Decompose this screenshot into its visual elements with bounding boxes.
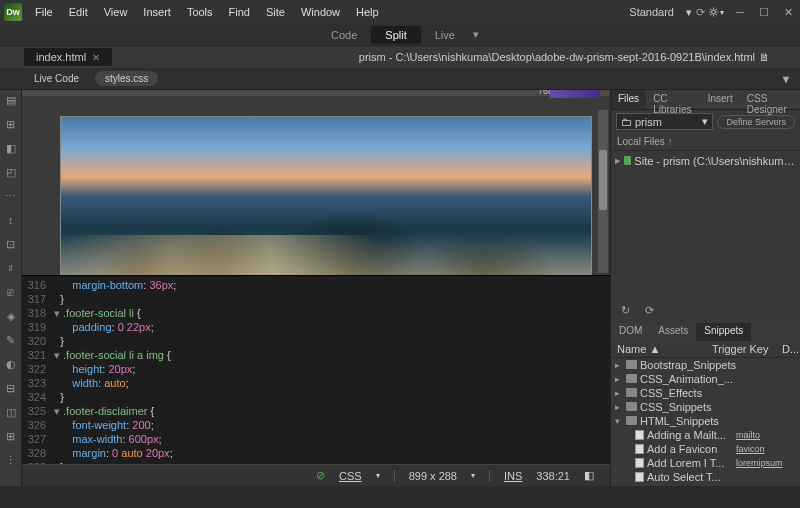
- snippet-folder[interactable]: ▸Bootstrap_Snippets: [611, 358, 800, 372]
- tool-icon[interactable]: ◐: [4, 358, 18, 372]
- status-mode[interactable]: INS: [504, 470, 522, 482]
- tree-root[interactable]: ▸ Site - prism (C:\Users\nishkuma\Deskto…: [615, 153, 796, 168]
- page-preview[interactable]: [60, 116, 592, 276]
- snippet-item[interactable]: Add a Faviconfavicon: [611, 442, 800, 456]
- related-file-tab[interactable]: styles.css: [95, 71, 158, 86]
- code-line[interactable]: 323 width: auto;: [22, 376, 610, 390]
- tool-icon[interactable]: ↕: [4, 214, 18, 228]
- tool-icon[interactable]: ⊡: [4, 238, 18, 252]
- vertical-scrollbar[interactable]: [598, 110, 608, 273]
- code-line[interactable]: 325▾ .footer-disclaimer {: [22, 404, 610, 418]
- snippet-folder[interactable]: ▸CSS_Effects: [611, 386, 800, 400]
- tool-icon[interactable]: ⊟: [4, 382, 18, 396]
- col-trigger[interactable]: Trigger Key: [712, 343, 782, 355]
- status-ok-icon[interactable]: ⊘: [316, 469, 325, 482]
- code-line[interactable]: 321▾ .footer-social li a img {: [22, 348, 610, 362]
- maximize-button[interactable]: ☐: [756, 4, 772, 20]
- code-line[interactable]: 322 height: 20px;: [22, 362, 610, 376]
- title-bar: Dw FileEditViewInsertToolsFindSiteWindow…: [0, 0, 800, 24]
- document-tab[interactable]: index.html ✕: [24, 48, 112, 66]
- menu-file[interactable]: File: [28, 3, 60, 21]
- tool-icon[interactable]: ✎: [4, 334, 18, 348]
- workspace-switcher[interactable]: Standard ▾: [621, 4, 692, 20]
- menu-view[interactable]: View: [97, 3, 135, 21]
- expand-icon[interactable]: ▾: [615, 416, 623, 426]
- menu-tools[interactable]: Tools: [180, 3, 220, 21]
- snippet-item[interactable]: Add Lorem I T...loremipsum: [611, 456, 800, 470]
- code-editor[interactable]: 316 margin-bottom: 36px;317 }318▾ .foote…: [22, 276, 610, 464]
- expand-icon[interactable]: ▸: [615, 402, 623, 412]
- code-line[interactable]: 326 font-weight: 200;: [22, 418, 610, 432]
- code-line[interactable]: 328 margin: 0 auto 20px;: [22, 446, 610, 460]
- tool-icon[interactable]: ⋯: [4, 190, 18, 204]
- chevron-down-icon[interactable]: ▾: [469, 25, 483, 44]
- snippet-item[interactable]: Conditional C...: [611, 484, 800, 487]
- panel-tab[interactable]: CSS Designer: [740, 90, 800, 109]
- view-tab-code[interactable]: Code: [317, 26, 371, 44]
- define-servers-button[interactable]: Define Servers: [717, 115, 795, 129]
- menu-find[interactable]: Find: [222, 3, 257, 21]
- close-icon[interactable]: ✕: [92, 52, 100, 63]
- expand-icon[interactable]: ▸: [615, 374, 623, 384]
- code-line[interactable]: 317 }: [22, 292, 610, 306]
- view-tab-split[interactable]: Split: [371, 26, 420, 44]
- local-files-header[interactable]: Local Files ↑: [611, 133, 800, 151]
- snippet-item[interactable]: Adding a Mailt...mailto: [611, 428, 800, 442]
- tool-icon[interactable]: ⋮: [4, 454, 18, 468]
- filter-icon[interactable]: ▼: [778, 71, 794, 87]
- code-line[interactable]: 320 }: [22, 334, 610, 348]
- save-icon[interactable]: 🗎: [759, 51, 770, 63]
- snippet-folder[interactable]: ▸CSS_Animation_...: [611, 372, 800, 386]
- tool-icon[interactable]: ⎚: [4, 286, 18, 300]
- line-number: 322: [22, 362, 54, 376]
- menu-window[interactable]: Window: [294, 3, 347, 21]
- panel-tab[interactable]: CC Libraries: [646, 90, 701, 109]
- code-line[interactable]: 327 max-width: 600px;: [22, 432, 610, 446]
- menu-help[interactable]: Help: [349, 3, 386, 21]
- expand-icon[interactable]: ▸: [615, 154, 621, 167]
- ruler-handle[interactable]: [550, 90, 600, 98]
- tool-icon[interactable]: ▤: [4, 94, 18, 108]
- tool-icon[interactable]: ◈: [4, 310, 18, 324]
- ruler[interactable]: 768 px: [22, 90, 610, 96]
- expand-icon[interactable]: ▸: [615, 360, 623, 370]
- close-button[interactable]: ✕: [780, 4, 796, 20]
- tool-icon[interactable]: ⊞: [4, 430, 18, 444]
- sync-icon[interactable]: ⟳: [692, 4, 708, 20]
- code-line[interactable]: 319 padding: 0 22px;: [22, 320, 610, 334]
- panel-tab[interactable]: Assets: [650, 323, 696, 341]
- status-lang[interactable]: CSS: [339, 470, 362, 482]
- menu-edit[interactable]: Edit: [62, 3, 95, 21]
- refresh-icon[interactable]: ↻: [617, 303, 633, 319]
- tool-icon[interactable]: ◰: [4, 166, 18, 180]
- sync-icon[interactable]: ⟳: [641, 303, 657, 319]
- chevron-down-icon: ▾: [376, 471, 380, 480]
- gear-icon[interactable]: ▾: [708, 4, 724, 20]
- snippet-name: Conditional C...: [647, 485, 733, 487]
- menu-site[interactable]: Site: [259, 3, 292, 21]
- panel-tab[interactable]: DOM: [611, 323, 650, 341]
- col-d[interactable]: D...: [782, 343, 794, 355]
- tool-icon[interactable]: ♯: [4, 262, 18, 276]
- tool-icon[interactable]: ⊞: [4, 118, 18, 132]
- scrollbar-thumb[interactable]: [599, 150, 607, 210]
- site-dropdown[interactable]: 🗀 prism ▾: [616, 113, 713, 130]
- expand-icon[interactable]: ▸: [615, 388, 623, 398]
- view-tab-live[interactable]: Live: [421, 26, 469, 44]
- minimize-button[interactable]: ─: [732, 4, 748, 20]
- panel-tab[interactable]: Snippets: [696, 323, 751, 341]
- col-name[interactable]: Name ▲: [617, 343, 712, 355]
- panel-tab[interactable]: Files: [611, 90, 646, 109]
- snippet-folder[interactable]: ▸CSS_Snippets: [611, 400, 800, 414]
- code-line[interactable]: 316 margin-bottom: 36px;: [22, 278, 610, 292]
- snippet-folder[interactable]: ▾HTML_Snippets: [611, 414, 800, 428]
- panel-tab[interactable]: Insert: [701, 90, 740, 109]
- settings-icon[interactable]: ◧: [584, 469, 594, 482]
- code-line[interactable]: 318▾ .footer-social li {: [22, 306, 610, 320]
- tool-icon[interactable]: ◧: [4, 142, 18, 156]
- tool-icon[interactable]: ◫: [4, 406, 18, 420]
- snippet-item[interactable]: Auto Select T...: [611, 470, 800, 484]
- live-code-button[interactable]: Live Code: [24, 71, 89, 86]
- code-line[interactable]: 324 }: [22, 390, 610, 404]
- menu-insert[interactable]: Insert: [136, 3, 178, 21]
